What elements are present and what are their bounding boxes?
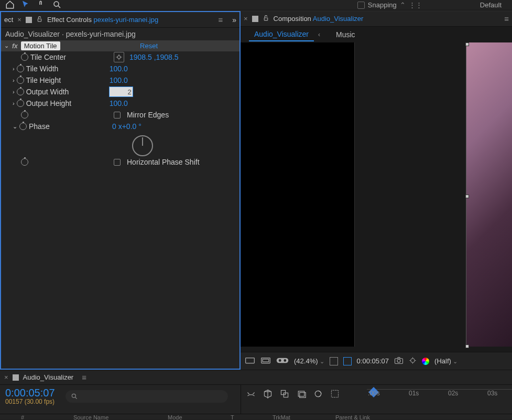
reset-button[interactable]: Reset [140, 42, 158, 50]
effect-controls-tab[interactable]: Effect Controls pexels-yuri-manei.jpg [47, 16, 158, 24]
motion-blur-icon[interactable] [297, 389, 306, 400]
output-width-input[interactable] [110, 87, 133, 96]
phase-dial[interactable] [132, 135, 153, 156]
safe-zones-icon[interactable] [343, 357, 352, 365]
timeline-search[interactable] [66, 390, 228, 403]
stopwatch-phase[interactable] [19, 123, 27, 130]
home-icon[interactable] [5, 0, 16, 10]
tile-height-disclosure[interactable]: › [13, 77, 15, 83]
snapping-toggle[interactable]: Snapping ⌃ ⋮⋮ [357, 1, 422, 9]
mirror-edges-checkbox[interactable] [114, 112, 121, 119]
selection-tool-icon[interactable] [21, 0, 31, 10]
close-timeline-tab[interactable]: × [4, 373, 8, 381]
stopwatch-tile-center[interactable] [21, 53, 28, 61]
close-comp-tab[interactable]: × [244, 15, 248, 23]
comp-square-icon [252, 16, 258, 22]
ec-filename: pexels-yuri-manei.jpg [94, 16, 159, 24]
svg-rect-4 [246, 358, 255, 363]
svg-rect-16 [298, 391, 304, 396]
frame-blend-icon[interactable] [280, 389, 289, 400]
viewer-timecode[interactable]: 0:00:05:07 [357, 357, 389, 365]
exposure-icon[interactable] [409, 357, 417, 366]
chevron-up-icon: ⌃ [400, 1, 406, 9]
workspace-selector[interactable]: Default [480, 1, 502, 9]
guides-icon[interactable] [330, 357, 338, 365]
hphase-checkbox[interactable] [114, 159, 121, 166]
mirror-edges-label: Mirror Edges [127, 111, 169, 119]
effect-name[interactable]: Motion Tile [21, 41, 60, 50]
color-management-icon[interactable] [422, 358, 429, 365]
hand-tool-icon[interactable] [37, 0, 47, 10]
stopwatch-output-width[interactable] [17, 88, 24, 95]
snapping-label: Snapping [368, 1, 397, 9]
svg-rect-1 [38, 18, 41, 21]
svg-rect-14 [281, 390, 285, 394]
col-mode: Mode [168, 414, 199, 420]
output-height-disclosure[interactable]: › [13, 100, 15, 106]
ruler-mark-0: :00s [368, 390, 380, 397]
tile-center-value[interactable]: 1908.5 ,1908.5 [129, 53, 178, 61]
ruler-mark-2: 02s [448, 390, 458, 397]
comp-panel-menu-icon[interactable]: ≡ [504, 14, 509, 23]
phase-disclosure[interactable]: ⌄ [13, 123, 17, 130]
stopwatch-hphase[interactable] [21, 158, 28, 166]
svg-point-2 [117, 56, 121, 59]
composition-panel: × Composition Audio_Visualizer ≡ Audio_V… [241, 11, 512, 370]
search-icon [71, 393, 78, 400]
stopwatch-output-height[interactable] [17, 100, 24, 107]
phase-label: Phase [29, 122, 110, 131]
subtab-music[interactable]: Music [331, 28, 361, 41]
draft-3d-icon[interactable] [330, 389, 340, 400]
timeline-panel-menu-icon[interactable]: ≡ [82, 373, 86, 382]
effect-disclosure[interactable]: ⌄ [4, 42, 9, 49]
transform-handle-mid [465, 195, 469, 198]
lock-icon[interactable] [36, 16, 43, 24]
timeline-timecode[interactable]: 0:00:05:07 [5, 387, 55, 399]
svg-rect-3 [264, 17, 268, 20]
close-tab-button[interactable]: × [17, 16, 21, 24]
svg-point-0 [54, 2, 59, 6]
stopwatch-mirror[interactable] [21, 111, 28, 119]
3d-icon[interactable] [263, 389, 273, 400]
timeline-ruler[interactable]: :00s 01s 02s 03s [367, 389, 512, 405]
effect-controls-panel: ect × Effect Controls pexels-yuri-manei.… [0, 11, 241, 370]
snap-options-icon[interactable]: ⋮⋮ [409, 1, 422, 9]
vr-icon[interactable] [276, 357, 289, 366]
panel-menu-icon[interactable]: ≡ [218, 15, 223, 24]
stopwatch-tile-width[interactable] [17, 65, 24, 72]
tile-center-label: Tile Center [30, 53, 112, 61]
comp-name: Audio_Visualizer [313, 15, 364, 23]
svg-rect-15 [284, 393, 288, 397]
tile-height-value[interactable]: 100.0 [110, 76, 128, 84]
zoom-tool-icon[interactable] [52, 0, 63, 10]
panel-overflow-icon[interactable]: » [232, 16, 236, 24]
stopwatch-tile-height[interactable] [17, 77, 24, 84]
timeline-tab[interactable]: Audio_Visualizer [23, 373, 74, 381]
tile-width-disclosure[interactable]: › [13, 66, 15, 72]
tile-width-label: Tile Width [26, 64, 107, 73]
zoom-dropdown[interactable]: (42.4%) [294, 357, 324, 365]
point-target-icon[interactable] [114, 52, 124, 62]
ruler-mark-1: 01s [409, 390, 419, 397]
output-width-disclosure[interactable]: › [13, 89, 15, 95]
phase-value[interactable]: 0 x+0.0 ° [112, 122, 141, 131]
shy-icon[interactable] [246, 389, 256, 400]
resolution-dropdown[interactable]: (Half) [434, 357, 457, 365]
composition-viewer[interactable] [241, 42, 512, 352]
snapshot-icon[interactable] [394, 357, 404, 366]
toggle-transparency-icon[interactable] [260, 357, 271, 366]
output-width-label: Output Width [26, 88, 107, 96]
col-t: T [231, 414, 241, 420]
col-trkmat: TrkMat [273, 414, 304, 420]
project-tab-remnant[interactable]: ect [4, 16, 13, 24]
toggle-alpha-icon[interactable] [245, 357, 255, 366]
fx-badge-icon[interactable]: fx [12, 42, 18, 50]
tile-width-value[interactable]: 100.0 [110, 64, 128, 73]
composition-tab[interactable]: Composition Audio_Visualizer [274, 15, 364, 23]
output-height-value[interactable]: 100.0 [110, 99, 128, 107]
comp-lock-icon[interactable] [263, 15, 269, 23]
subtab-close-icon[interactable]: ‹ [318, 31, 320, 38]
subtab-active[interactable]: Audio_Visualizer [249, 28, 314, 41]
svg-rect-17 [300, 393, 306, 398]
graph-editor-icon[interactable] [313, 389, 323, 400]
